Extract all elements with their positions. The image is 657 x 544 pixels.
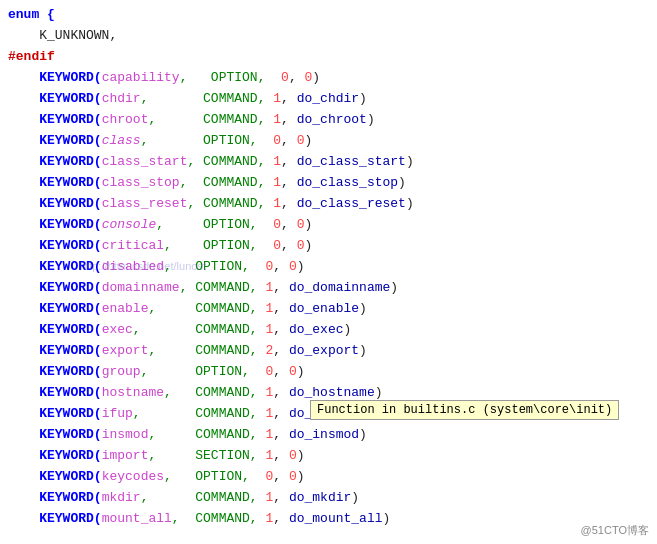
code-token: do_chroot [297,109,367,130]
logo-label: @51CTO博客 [581,523,649,538]
code-token: exec [102,319,133,340]
code-token: , [273,487,289,508]
code-token: do_domainname [289,277,390,298]
code-line: KEYWORD(critical, OPTION, 0, 0) [0,235,657,256]
code-token: mkdir [102,487,141,508]
code-token: 0 [297,130,305,151]
code-token: enable [102,298,149,319]
code-line: KEYWORD(chdir, COMMAND, 1, do_chdir) [0,88,657,109]
code-token: ) [297,466,305,487]
code-token: , COMMAND, [148,109,273,130]
code-line: KEYWORD(class_reset, COMMAND, 1, do_clas… [0,193,657,214]
code-token: ) [359,298,367,319]
code-token: , [273,424,289,445]
code-token: , [281,235,297,256]
code-token: do_chdir [297,88,359,109]
code-line: KEYWORD(console, OPTION, 0, 0) [0,214,657,235]
code-token: class_start [102,151,188,172]
code-token: capability [102,67,180,88]
code-token: do_insmod [289,424,359,445]
code-line: KEYWORD(mkdir, COMMAND, 1, do_mkdir) [0,487,657,508]
code-token: , [273,361,289,382]
code-token: , COMMAND, [187,151,273,172]
code-token: class [102,130,141,151]
code-token: , OPTION, [164,235,273,256]
code-token: , [281,88,297,109]
code-token: , [281,130,297,151]
code-token: do_export [289,340,359,361]
code-token: , COMMAND, [141,88,274,109]
code-line: KEYWORD(exec, COMMAND, 1, do_exec) [0,319,657,340]
code-token: 1 [273,172,281,193]
code-token: 0 [297,235,305,256]
code-token: mount_all [102,508,172,529]
code-line: KEYWORD(class_stop, COMMAND, 1, do_class… [0,172,657,193]
code-token: , [273,445,289,466]
code-token: , [273,403,289,424]
code-token: console [102,214,157,235]
code-token: 1 [265,382,273,403]
code-token: 0 [297,214,305,235]
code-token: keycodes [102,466,164,487]
code-token: KEYWORD( [8,340,102,361]
code-token: , COMMAND, [148,340,265,361]
tooltip: Function in builtins.c (system\core\init… [310,400,619,420]
code-token: KEYWORD( [8,214,102,235]
code-token: KEYWORD( [8,235,102,256]
code-line: KEYWORD(insmod, COMMAND, 1, do_insmod) [0,424,657,445]
code-token: import [102,445,149,466]
code-token: KEYWORD( [8,172,102,193]
code-token: 1 [265,403,273,424]
code-token: export [102,340,149,361]
code-token: 1 [273,88,281,109]
code-token: 0 [265,256,273,277]
code-token: do_exec [289,319,344,340]
code-token: 0 [289,256,297,277]
code-token: , COMMAND, [172,508,266,529]
code-token: 1 [273,151,281,172]
watermark: http://httm.csdn.net/lunost [80,260,206,272]
code-token: , COMMAND, [187,193,273,214]
code-token: ) [406,151,414,172]
code-token: KEYWORD( [8,445,102,466]
code-token: , [273,382,289,403]
code-token: ) [351,487,359,508]
code-token: 0 [289,361,297,382]
code-token: ) [297,445,305,466]
code-token: , COMMAND, [133,403,266,424]
code-token: KEYWORD( [8,466,102,487]
code-token: , [273,466,289,487]
code-line: KEYWORD(group, OPTION, 0, 0) [0,361,657,382]
code-token: critical [102,235,164,256]
code-token: KEYWORD( [8,277,102,298]
code-token: KEYWORD( [8,319,102,340]
code-token: do_class_reset [297,193,406,214]
code-token: 0 [273,130,281,151]
code-token: class_reset [102,193,188,214]
code-token: 1 [265,319,273,340]
code-token: , [281,109,297,130]
code-token: 0 [289,466,297,487]
code-token: , COMMAND, [141,487,266,508]
code-token: KEYWORD( [8,67,102,88]
code-token: , [281,193,297,214]
code-token: hostname [102,382,164,403]
code-token: KEYWORD( [8,109,102,130]
code-token: 2 [265,340,273,361]
code-token: 1 [265,487,273,508]
code-token: ) [305,130,313,151]
code-token: do_mkdir [289,487,351,508]
code-token: 1 [273,193,281,214]
code-line: KEYWORD(keycodes, OPTION, 0, 0) [0,466,657,487]
code-token: ) [390,277,398,298]
code-token: , COMMAND, [148,424,265,445]
code-token: , [281,151,297,172]
code-token: 1 [273,109,281,130]
code-token: 0 [273,214,281,235]
code-token: KEYWORD( [8,88,102,109]
code-token: ) [312,67,320,88]
code-token: , COMMAND, [148,298,265,319]
code-line: KEYWORD(enable, COMMAND, 1, do_enable) [0,298,657,319]
code-line: KEYWORD(import, SECTION, 1, 0) [0,445,657,466]
code-token: , [273,340,289,361]
